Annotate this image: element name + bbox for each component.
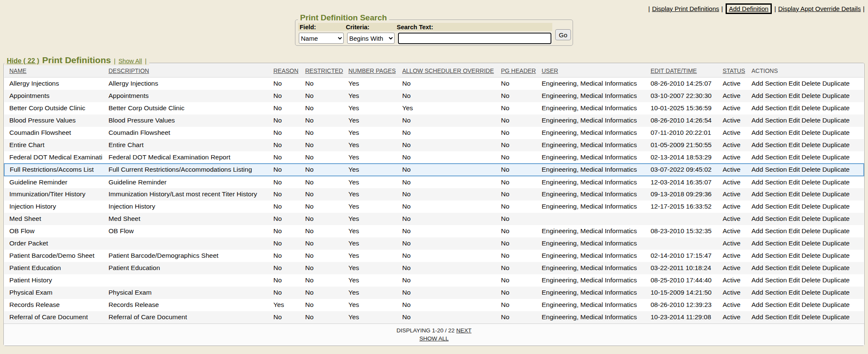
- delete-action-link[interactable]: Delete: [801, 166, 821, 173]
- column-header-number-pages[interactable]: NUMBER PAGES: [348, 63, 402, 78]
- add-section-action-link[interactable]: Add Section: [751, 117, 787, 124]
- duplicate-action-link[interactable]: Duplicate: [822, 227, 850, 234]
- add-section-action-link[interactable]: Add Section: [751, 166, 787, 173]
- duplicate-action-link[interactable]: Duplicate: [822, 166, 850, 173]
- table-row[interactable]: Immunization/Titer HistoryImmunization H…: [4, 188, 864, 201]
- duplicate-action-link[interactable]: Duplicate: [822, 313, 850, 321]
- duplicate-action-link[interactable]: Duplicate: [822, 117, 850, 124]
- table-row[interactable]: Blood Pressure ValuesBlood Pressure Valu…: [4, 114, 864, 127]
- duplicate-action-link[interactable]: Duplicate: [822, 252, 850, 259]
- edit-action-link[interactable]: Edit: [789, 117, 800, 124]
- delete-action-link[interactable]: Delete: [801, 92, 821, 99]
- edit-action-link[interactable]: Edit: [789, 276, 800, 284]
- edit-action-link[interactable]: Edit: [789, 313, 800, 321]
- table-row[interactable]: OB FlowOB FlowNoNoYesNoNoEngineering, Me…: [4, 225, 864, 237]
- field-select[interactable]: Name: [299, 33, 344, 44]
- edit-action-link[interactable]: Edit: [789, 80, 800, 87]
- table-row[interactable]: Physical ExamPhysical ExamNoNoYesNoNoEng…: [4, 287, 864, 299]
- next-page-link[interactable]: NEXT: [456, 327, 471, 334]
- duplicate-action-link[interactable]: Duplicate: [822, 289, 850, 296]
- go-button[interactable]: Go: [555, 29, 571, 40]
- duplicate-action-link[interactable]: Duplicate: [822, 141, 850, 148]
- duplicate-action-link[interactable]: Duplicate: [822, 104, 850, 111]
- delete-action-link[interactable]: Delete: [801, 129, 821, 136]
- duplicate-action-link[interactable]: Duplicate: [822, 276, 850, 284]
- delete-action-link[interactable]: Delete: [801, 203, 821, 210]
- display-print-definitions-link[interactable]: Display Print Definitions: [652, 5, 719, 12]
- delete-action-link[interactable]: Delete: [801, 301, 821, 308]
- add-section-action-link[interactable]: Add Section: [751, 129, 787, 136]
- delete-action-link[interactable]: Delete: [801, 276, 821, 284]
- delete-action-link[interactable]: Delete: [801, 252, 821, 259]
- delete-action-link[interactable]: Delete: [801, 80, 821, 87]
- edit-action-link[interactable]: Edit: [789, 166, 800, 173]
- duplicate-action-link[interactable]: Duplicate: [822, 240, 850, 247]
- table-row[interactable]: Referral of Care DocumentReferral of Car…: [4, 311, 864, 323]
- add-section-action-link[interactable]: Add Section: [751, 240, 787, 247]
- edit-action-link[interactable]: Edit: [789, 227, 800, 234]
- table-row[interactable]: Med SheetMed SheetNoNoYesNoNoActiveAdd S…: [4, 213, 864, 225]
- delete-action-link[interactable]: Delete: [801, 227, 821, 234]
- duplicate-action-link[interactable]: Duplicate: [822, 80, 850, 87]
- delete-action-link[interactable]: Delete: [801, 141, 821, 148]
- column-header-name[interactable]: NAME: [4, 63, 108, 78]
- edit-action-link[interactable]: Edit: [789, 301, 800, 308]
- add-section-action-link[interactable]: Add Section: [751, 289, 787, 296]
- edit-action-link[interactable]: Edit: [789, 141, 800, 148]
- table-row[interactable]: Full Restrictions/Accoms ListFull Curren…: [4, 164, 864, 176]
- add-section-action-link[interactable]: Add Section: [751, 178, 787, 186]
- edit-action-link[interactable]: Edit: [789, 190, 800, 198]
- delete-action-link[interactable]: Delete: [801, 289, 821, 296]
- add-section-action-link[interactable]: Add Section: [751, 313, 787, 321]
- delete-action-link[interactable]: Delete: [801, 190, 821, 198]
- table-row[interactable]: Federal DOT Medical ExaminatiFederal DOT…: [4, 151, 864, 164]
- table-row[interactable]: Patient EducationPatient EducationNoNoYe…: [4, 262, 864, 274]
- add-section-action-link[interactable]: Add Section: [751, 141, 787, 148]
- delete-action-link[interactable]: Delete: [801, 313, 821, 321]
- edit-action-link[interactable]: Edit: [789, 153, 800, 161]
- delete-action-link[interactable]: Delete: [801, 215, 821, 222]
- show-all-pagination-link[interactable]: SHOW ALL: [419, 335, 448, 342]
- column-header-pg-header[interactable]: PG HEADER: [501, 63, 542, 78]
- add-section-action-link[interactable]: Add Section: [751, 92, 787, 99]
- column-header-allow-scheduler-override[interactable]: ALLOW SCHEDULER OVERRIDE: [402, 63, 501, 78]
- search-text-input[interactable]: [398, 33, 551, 44]
- table-row[interactable]: Records ReleaseRecords ReleaseYesNoYesNo…: [4, 299, 864, 311]
- edit-action-link[interactable]: Edit: [789, 215, 800, 222]
- duplicate-action-link[interactable]: Duplicate: [822, 301, 850, 308]
- duplicate-action-link[interactable]: Duplicate: [822, 215, 850, 222]
- criteria-select[interactable]: Begins With: [347, 33, 395, 44]
- table-row[interactable]: Patient HistoryNoNoYesNoNoEngineering, M…: [4, 274, 864, 287]
- column-header-restricted[interactable]: RESTRICTED: [305, 63, 348, 78]
- edit-action-link[interactable]: Edit: [789, 240, 800, 247]
- edit-action-link[interactable]: Edit: [789, 92, 800, 99]
- delete-action-link[interactable]: Delete: [801, 178, 821, 186]
- table-row[interactable]: Better Corp Outside ClinicBetter Corp Ou…: [4, 102, 864, 114]
- table-row[interactable]: Patient Barcode/Demo SheetPatient Barcod…: [4, 250, 864, 262]
- delete-action-link[interactable]: Delete: [801, 117, 821, 124]
- display-appt-override-details-link[interactable]: Display Appt Override Details: [778, 5, 861, 12]
- add-section-action-link[interactable]: Add Section: [751, 203, 787, 210]
- add-section-action-link[interactable]: Add Section: [751, 80, 787, 87]
- table-row[interactable]: Guideline ReminderGuideline ReminderNoNo…: [4, 176, 864, 188]
- duplicate-action-link[interactable]: Duplicate: [822, 264, 850, 271]
- column-header-description[interactable]: DESCRIPTION: [108, 63, 273, 78]
- edit-action-link[interactable]: Edit: [789, 289, 800, 296]
- column-header-reason[interactable]: REASON: [273, 63, 305, 78]
- add-section-action-link[interactable]: Add Section: [751, 227, 787, 234]
- duplicate-action-link[interactable]: Duplicate: [822, 92, 850, 99]
- edit-action-link[interactable]: Edit: [789, 104, 800, 111]
- duplicate-action-link[interactable]: Duplicate: [822, 203, 850, 210]
- table-row[interactable]: Order PacketNoNoYesNoNoEngineering, Medi…: [4, 237, 864, 250]
- add-section-action-link[interactable]: Add Section: [751, 104, 787, 111]
- edit-action-link[interactable]: Edit: [789, 252, 800, 259]
- column-header-edit-datetime[interactable]: EDIT DATE/TIME: [651, 63, 723, 78]
- hide-link[interactable]: Hide ( 22 ): [7, 57, 39, 65]
- add-definition-link-focused[interactable]: Add Definition: [726, 3, 772, 14]
- add-section-action-link[interactable]: Add Section: [751, 264, 787, 271]
- delete-action-link[interactable]: Delete: [801, 104, 821, 111]
- add-section-action-link[interactable]: Add Section: [751, 153, 787, 161]
- edit-action-link[interactable]: Edit: [789, 178, 800, 186]
- delete-action-link[interactable]: Delete: [801, 240, 821, 247]
- table-row[interactable]: Entire ChartEntire ChartNoNoYesNoNoEngin…: [4, 139, 864, 151]
